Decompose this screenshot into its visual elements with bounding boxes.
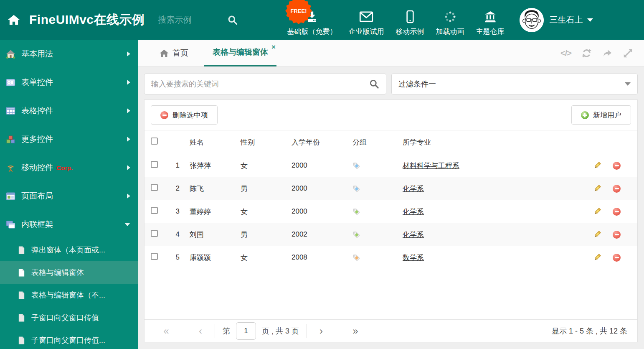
app-title: FineUIMvc在线示例 [29,11,145,28]
cell-group [352,231,403,239]
search-icon[interactable] [228,15,238,25]
table-empty-space [145,269,637,319]
sidebar-subitem-child-to-parent[interactable]: 子窗口向父窗口传值 [0,306,138,329]
sidebar-subitem-popup-window[interactable]: 弹出窗体（本页面或... [0,239,138,261]
sidebar-item-label: 更多控件 [21,134,53,145]
windows-icon [6,219,16,229]
cell-gender: 女 [241,207,292,217]
row-number: 3 [165,207,190,216]
column-header-year: 入学年份 [292,138,352,147]
last-page-button[interactable]: » [345,325,365,337]
chevron-right-icon [127,80,130,85]
keyword-search-input[interactable] [151,80,369,89]
delete-icon[interactable] [613,254,621,262]
prev-page-button[interactable]: ‹ [190,325,210,337]
sidebar-item-label: 表格控件 [21,105,53,116]
sidebar-subitem-label: 表格与编辑窗体（不... [31,290,105,300]
next-page-button[interactable]: › [311,325,331,337]
tab-grid-edit-window[interactable]: 表格与编辑窗体 × [204,40,276,66]
chevron-down-icon [124,223,130,226]
filter-dropdown-value: 过滤条件一 [398,79,625,89]
sidebar-item-page-layout[interactable]: 页面布局 [0,182,138,210]
select-all-checkbox[interactable] [151,138,158,145]
add-user-button[interactable]: 新增用户 [571,105,631,125]
nav-item-loading-animations[interactable]: 加载动画 [436,3,464,36]
nav-item-mobile-demos[interactable]: 移动示例 [396,3,424,36]
sidebar-subitem-label: 表格与编辑窗体 [31,267,84,278]
delete-icon[interactable] [613,208,621,216]
close-icon[interactable]: × [271,43,276,51]
delete-icon[interactable] [613,185,621,193]
column-header-group: 分组 [352,138,403,147]
page-number-input[interactable] [236,322,256,340]
major-link[interactable]: 数学系 [403,254,424,262]
row-checkbox[interactable] [151,161,158,168]
cell-name: 康颖颖 [190,253,241,262]
major-link[interactable]: 材料科学与工程系 [403,162,459,170]
sidebar-subitem-grid-edit-window-2[interactable]: 表格与编辑窗体（不... [0,284,138,306]
home-icon[interactable] [8,14,20,25]
nav-item-enterprise-trial[interactable]: 企业版试用 [349,3,384,36]
edit-icon[interactable] [593,230,601,239]
delete-icon[interactable] [613,162,621,170]
grid-panel: 删除选中项 新增用户 姓名 性别 入学年份 分组 所学专业 [144,99,638,342]
edit-icon[interactable] [593,207,601,216]
sidebar-item-more-controls[interactable]: 更多控件 [0,125,138,153]
sidebar-item-mobile-controls[interactable]: 移动控件 Corp. [0,153,138,182]
tab-home[interactable]: 首页 [151,40,197,66]
nav-item-theme-repo[interactable]: 主题仓库 [476,3,505,36]
first-page-button[interactable]: « [156,325,176,337]
row-checkbox[interactable] [151,230,158,237]
edit-icon[interactable] [593,253,601,262]
major-link[interactable]: 化学系 [403,208,424,216]
delete-selected-label: 删除选中项 [172,110,208,120]
refresh-icon[interactable] [581,48,592,59]
cell-year: 2008 [292,253,352,262]
header-search-input[interactable] [158,15,221,25]
sidebar-item-label: 页面布局 [21,191,53,201]
sidebar-item-grid-controls[interactable]: 表格控件 [0,97,138,125]
chevron-right-icon [127,137,130,142]
table-row: 1 张萍萍 女 2000 材料科学与工程系 [145,154,637,177]
cell-name: 刘国 [190,230,241,239]
file-icon [18,313,25,322]
main-area: 首页 表格与编辑窗体 × </> [138,40,644,349]
major-link[interactable]: 化学系 [403,185,424,193]
major-link[interactable]: 化学系 [403,231,424,239]
home-icon [160,49,169,57]
free-badge-label: FREE! [285,0,312,24]
view-source-icon[interactable]: </> [560,48,571,58]
tag-icon [352,162,403,170]
file-icon [18,291,25,300]
user-menu[interactable]: 三生石上 [520,8,593,32]
sidebar-item-inline-frame[interactable]: 内联框架 [0,210,138,239]
tag-icon [352,185,403,193]
filter-dropdown[interactable]: 过滤条件一 [391,74,638,94]
sidebar-item-label: 内联框架 [21,219,53,230]
chevron-right-icon [127,51,130,56]
delete-selected-button[interactable]: 删除选中项 [151,105,218,125]
sidebar-item-basic-usage[interactable]: 基本用法 [0,40,138,68]
sidebar-subitem-child-to-parent-2[interactable]: 子窗口向父窗口传值... [0,329,138,349]
cell-gender: 女 [241,161,292,171]
open-in-new-icon[interactable] [602,48,613,58]
sidebar-subitem-label: 弹出窗体（本页面或... [31,245,105,255]
tag-icon [352,231,403,239]
edit-icon[interactable] [593,161,601,170]
delete-icon[interactable] [613,231,621,239]
edit-icon[interactable] [593,184,601,193]
search-icon[interactable] [369,79,379,89]
cell-gender: 男 [241,184,292,194]
sidebar-item-form-controls[interactable]: 表单控件 [0,68,138,97]
row-checkbox[interactable] [151,253,158,260]
column-header-name: 姓名 [190,138,241,147]
divider [215,324,215,338]
cell-year: 2000 [292,161,352,170]
row-checkbox[interactable] [151,207,158,214]
expand-icon[interactable] [623,48,633,59]
cell-year: 2000 [292,184,352,193]
row-checkbox[interactable] [151,184,158,191]
sidebar-subitem-label: 子窗口向父窗口传值... [31,335,105,345]
sidebar-item-label: 移动控件 [21,162,53,173]
sidebar-subitem-grid-edit-window[interactable]: 表格与编辑窗体 [0,261,138,284]
